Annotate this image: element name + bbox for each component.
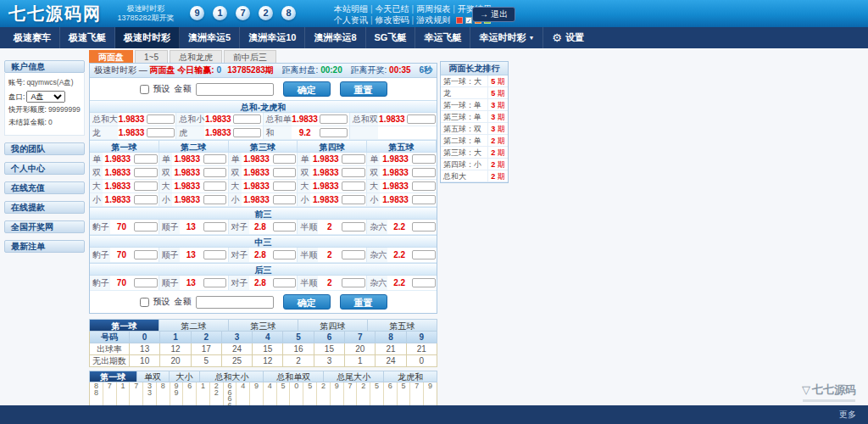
bet-amount-input[interactable] bbox=[134, 222, 158, 232]
bet-amount-input[interactable] bbox=[203, 250, 227, 259]
header-link[interactable]: 修改密码 bbox=[376, 15, 409, 25]
bet-amount-input[interactable] bbox=[233, 128, 261, 137]
nav-item[interactable]: SG飞艇 bbox=[366, 27, 416, 48]
bet-input-cell bbox=[271, 220, 297, 234]
bet-amount-input[interactable] bbox=[412, 168, 436, 177]
draw-ball: 8 bbox=[281, 6, 296, 20]
road-tab[interactable]: 总和单双 bbox=[264, 371, 324, 382]
nav-item[interactable]: 极速时时彩 bbox=[115, 27, 180, 48]
bet-amount-input[interactable] bbox=[342, 168, 365, 177]
logout-button[interactable]: →退出 bbox=[472, 7, 515, 22]
bet-amount-input[interactable] bbox=[407, 114, 435, 124]
more-link[interactable]: 更多 bbox=[839, 410, 856, 419]
amount-input[interactable] bbox=[196, 83, 274, 96]
nav-item[interactable]: 幸运飞艇 bbox=[415, 27, 470, 48]
bet-label: 对子 bbox=[229, 248, 249, 262]
stats-tab[interactable]: 第五球 bbox=[368, 319, 437, 332]
bet-amount-input[interactable] bbox=[203, 278, 227, 287]
nav-item[interactable]: 幸运时时彩▼ bbox=[470, 27, 543, 48]
bet-amount-input[interactable] bbox=[203, 195, 227, 204]
confirm-button[interactable]: 确定 bbox=[283, 294, 331, 310]
bet-amount-input[interactable] bbox=[147, 128, 175, 137]
stats-cell: 9 bbox=[407, 332, 437, 343]
road-tab[interactable]: 总尾大小 bbox=[324, 371, 385, 382]
main-tab[interactable]: 前中后三 bbox=[224, 50, 276, 63]
bet-amount-input[interactable] bbox=[273, 154, 297, 164]
bet-group: 半顺2 bbox=[298, 220, 367, 234]
nav-item[interactable]: 澳洲幸运5 bbox=[180, 27, 240, 48]
bet-amount-input[interactable] bbox=[233, 114, 261, 124]
bet-amount-input[interactable] bbox=[273, 250, 297, 259]
stats-tab[interactable]: 第三球 bbox=[229, 319, 298, 332]
bet-amount-input[interactable] bbox=[342, 278, 365, 287]
bet-amount-input[interactable] bbox=[134, 168, 158, 177]
confirm-button[interactable]: 确定 bbox=[283, 81, 331, 97]
bet-amount-input[interactable] bbox=[203, 154, 227, 164]
sidebar-item[interactable]: 在线充值 bbox=[4, 181, 85, 194]
main-tab[interactable]: 1~5 bbox=[135, 50, 168, 63]
bet-label: 对子 bbox=[229, 276, 249, 290]
bet-amount-input[interactable] bbox=[203, 168, 227, 177]
reset-button[interactable]: 重置 bbox=[340, 294, 387, 310]
bet-amount-input[interactable] bbox=[342, 250, 365, 259]
preset-checkbox[interactable] bbox=[140, 85, 149, 94]
header-link[interactable]: 个人资讯 bbox=[334, 15, 368, 25]
bet-amount-input[interactable] bbox=[342, 195, 365, 204]
nav-item[interactable]: 澳洲幸运8 bbox=[305, 27, 365, 48]
legend-square[interactable] bbox=[456, 17, 463, 24]
bet-amount-input[interactable] bbox=[134, 278, 158, 287]
bet-amount-input[interactable] bbox=[412, 154, 436, 164]
nav-item[interactable]: 澳洲幸运10 bbox=[240, 27, 305, 48]
nav-item[interactable]: 极速赛车 bbox=[5, 27, 60, 48]
stats-cell: 24 bbox=[222, 343, 253, 355]
bet-amount-input[interactable] bbox=[134, 250, 158, 259]
open-countdown-label: 距离开奖: bbox=[351, 65, 387, 75]
bet-amount-input[interactable] bbox=[273, 195, 297, 204]
bet-amount-input[interactable] bbox=[412, 278, 436, 287]
sidebar-item[interactable]: 我的团队 bbox=[4, 142, 85, 155]
header-link[interactable]: 本站明细 bbox=[334, 4, 368, 14]
bet-amount-input[interactable] bbox=[273, 168, 297, 177]
road-tab[interactable]: 第一球 bbox=[89, 371, 137, 382]
bet-amount-input[interactable] bbox=[273, 181, 297, 191]
main-tab[interactable]: 两面盘 bbox=[89, 50, 133, 63]
road-tab[interactable]: 龙虎和 bbox=[384, 371, 437, 382]
stats-tab[interactable]: 第四球 bbox=[298, 319, 368, 332]
main-tab[interactable]: 总和龙虎 bbox=[170, 50, 222, 63]
reset-button[interactable]: 重置 bbox=[340, 81, 387, 97]
road-tab[interactable]: 大小 bbox=[170, 371, 201, 382]
bet-amount-input[interactable] bbox=[134, 195, 158, 204]
amount-input[interactable] bbox=[196, 296, 274, 309]
bet-amount-input[interactable] bbox=[273, 222, 297, 232]
stats-tab[interactable]: 第二球 bbox=[159, 319, 229, 332]
preset-checkbox[interactable] bbox=[140, 298, 149, 307]
sidebar-item[interactable]: 全国开奖网 bbox=[4, 220, 85, 233]
stats-tab[interactable]: 第一球 bbox=[89, 319, 159, 332]
bet-amount-input[interactable] bbox=[320, 128, 348, 137]
sidebar-item[interactable]: 个人中心 bbox=[4, 162, 85, 175]
bet-amount-input[interactable] bbox=[342, 181, 365, 191]
bet-amount-input[interactable] bbox=[134, 181, 158, 191]
bet-amount-input[interactable] bbox=[412, 250, 436, 259]
bet-amount-input[interactable] bbox=[412, 195, 436, 204]
bet-amount-input[interactable] bbox=[320, 114, 348, 124]
bet-amount-input[interactable] bbox=[147, 114, 175, 124]
bet-amount-input[interactable] bbox=[342, 154, 365, 164]
nav-item[interactable]: 极速飞艇 bbox=[60, 27, 115, 48]
bet-amount-input[interactable] bbox=[412, 181, 436, 191]
sidebar-item[interactable]: 在线提款 bbox=[4, 201, 85, 214]
header-link[interactable]: 游戏规则 bbox=[416, 15, 450, 25]
header-link[interactable]: 两周报表 bbox=[416, 4, 450, 14]
road-tab[interactable]: 单双 bbox=[137, 371, 170, 382]
bet-amount-input[interactable] bbox=[134, 154, 158, 164]
bet-amount-input[interactable] bbox=[412, 222, 436, 232]
bet-amount-input[interactable] bbox=[203, 181, 227, 191]
settings-button[interactable]: ⚙ 设置 bbox=[543, 27, 593, 48]
bet-amount-input[interactable] bbox=[203, 222, 227, 232]
bet-amount-input[interactable] bbox=[273, 278, 297, 287]
header-link[interactable]: 今天已结 bbox=[376, 4, 409, 14]
road-tab[interactable]: 总和大小 bbox=[200, 371, 264, 382]
sidebar-item[interactable]: 最新注单 bbox=[4, 240, 85, 253]
pan-select[interactable]: A盘 bbox=[26, 91, 65, 103]
bet-amount-input[interactable] bbox=[342, 222, 365, 232]
